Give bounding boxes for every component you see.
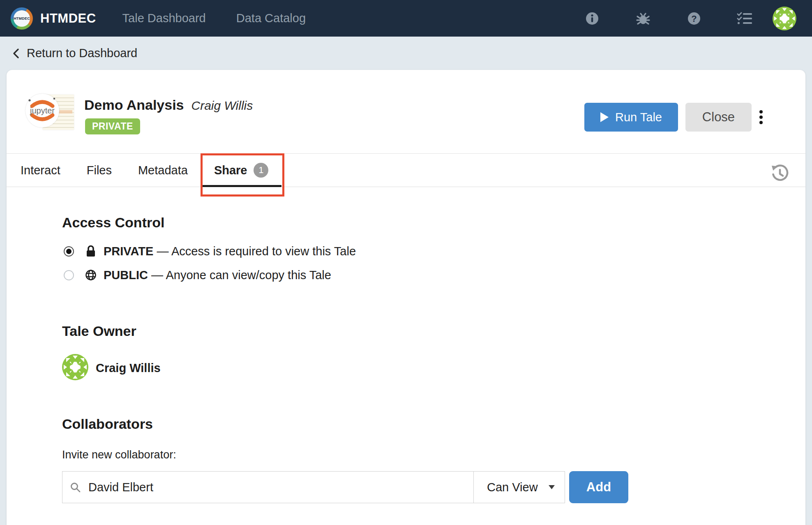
run-tale-button[interactable]: Run Tale — [584, 103, 678, 132]
radio-private-selected[interactable] — [64, 246, 74, 257]
invite-label: Invite new collaborator: — [62, 449, 628, 461]
history-icon[interactable] — [770, 164, 789, 183]
tab-share[interactable]: Share 1 — [201, 154, 282, 187]
private-label: PRIVATE — [104, 245, 153, 258]
nav-right-icons: ? — [584, 7, 796, 30]
bug-report-icon[interactable] — [634, 10, 652, 27]
tale-thumbnail: jupyter — [25, 90, 74, 132]
owner-avatar — [62, 354, 88, 382]
tale-card: jupyter Demo Analysis Craig Willis PRIVA… — [7, 70, 805, 525]
tab-metadata[interactable]: Metadata — [138, 154, 188, 187]
tale-header: Demo Analysis Craig Willis — [84, 97, 253, 113]
tab-interact[interactable]: Interact — [21, 154, 60, 187]
htmdec-logo-text: HTMDEC — [14, 10, 30, 27]
private-description: — Access is required to view this Tale — [153, 245, 356, 258]
collaborator-search-input[interactable] — [88, 480, 473, 495]
public-label: PUBLIC — [104, 268, 148, 282]
svg-text:?: ? — [691, 13, 697, 23]
public-description: — Anyone can view/copy this Tale — [148, 268, 331, 282]
collaborator-search-box[interactable] — [62, 471, 474, 503]
tale-title: Demo Analysis — [84, 97, 184, 113]
more-options-button[interactable] — [758, 108, 764, 127]
invite-row: Can View Add — [62, 471, 628, 503]
tale-author: Craig Willis — [191, 99, 253, 113]
permission-value: Can View — [487, 481, 538, 494]
nav-link-tale-dashboard[interactable]: Tale Dashboard — [122, 12, 206, 25]
chevron-left-icon — [12, 48, 19, 59]
owner-name: Craig Willis — [96, 361, 161, 375]
return-label: Return to Dashboard — [27, 46, 137, 60]
access-option-private[interactable]: PRIVATE — Access is required to view thi… — [62, 243, 356, 259]
permission-select[interactable]: Can View — [474, 471, 565, 503]
tale-owner-heading: Tale Owner — [62, 323, 161, 339]
nav-link-data-catalog[interactable]: Data Catalog — [236, 12, 306, 25]
return-to-dashboard[interactable]: Return to Dashboard — [0, 37, 812, 70]
visibility-badge: PRIVATE — [85, 118, 140, 134]
tab-bar: Interact Files Metadata Share 1 — [7, 153, 805, 187]
htmdec-logo-icon[interactable]: HTMDEC — [11, 7, 33, 30]
jupyter-logo-icon: jupyter — [25, 94, 59, 127]
tale-owner-section: Tale Owner — [62, 323, 161, 382]
owner-row: Craig Willis — [62, 354, 161, 382]
tasks-icon[interactable] — [736, 10, 754, 27]
svg-text:jupyter: jupyter — [30, 106, 55, 115]
globe-icon — [85, 269, 97, 281]
search-icon — [70, 482, 81, 493]
help-icon[interactable]: ? — [685, 10, 703, 27]
brand-title: HTMDEC — [40, 11, 96, 26]
access-control-heading: Access Control — [62, 215, 356, 231]
access-option-public[interactable]: PUBLIC — Anyone can view/copy this Tale — [62, 267, 356, 283]
access-control-section: Access Control PRIVATE — Access is requi… — [62, 215, 356, 283]
radio-public-unselected[interactable] — [64, 270, 74, 280]
add-collaborator-button[interactable]: Add — [569, 471, 628, 503]
top-navbar: HTMDEC HTMDEC Tale Dashboard Data Catalo… — [0, 0, 812, 37]
tab-files[interactable]: Files — [87, 154, 112, 187]
chevron-down-icon — [549, 485, 555, 489]
nav-links: Tale Dashboard Data Catalog — [122, 12, 306, 25]
info-icon[interactable] — [584, 10, 601, 27]
collaborators-section: Collaborators Invite new collaborator: C… — [62, 416, 628, 503]
play-icon — [600, 112, 609, 122]
collaborators-heading: Collaborators — [62, 416, 628, 432]
share-count-badge: 1 — [254, 163, 268, 178]
user-avatar[interactable] — [773, 7, 796, 30]
lock-icon — [85, 245, 97, 257]
close-button[interactable]: Close — [685, 103, 752, 132]
